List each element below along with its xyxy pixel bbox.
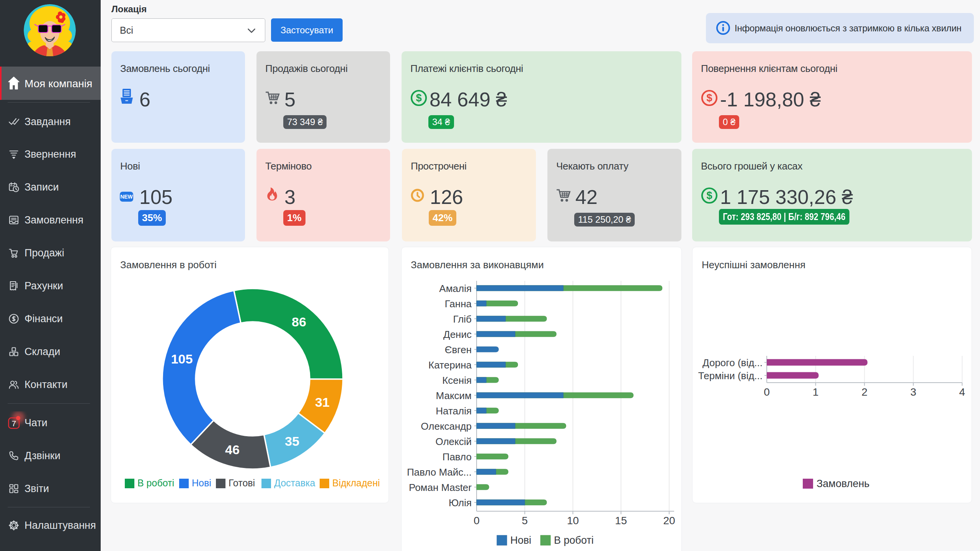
svg-text:31: 31 [315,395,330,409]
svg-text:Наталія: Наталія [436,405,472,417]
svg-text:1: 1 [813,386,819,398]
svg-text:Павло Майс...: Павло Майс... [407,466,472,478]
svg-text:35: 35 [285,434,299,448]
svg-text:Олексій: Олексій [435,436,472,447]
svg-text:4: 4 [959,386,965,398]
svg-text:Гліб: Гліб [453,313,472,325]
svg-text:Ганна: Ганна [445,298,472,310]
svg-text:86: 86 [292,315,306,329]
svg-text:Дорого (від...: Дорого (від... [702,357,763,368]
svg-text:$: $ [706,190,712,201]
svg-text:3: 3 [910,386,916,398]
svg-text:Амалія: Амалія [439,283,472,294]
svg-text:Замовлень: Замовлень [817,478,869,489]
svg-text:Нові: Нові [510,535,531,546]
svg-text:$: $ [706,92,712,104]
svg-text:Юлія: Юлія [449,497,472,509]
svg-text:В роботі: В роботі [554,535,594,546]
svg-text:10: 10 [567,515,579,527]
svg-text:Терміни (від...: Терміни (від... [698,370,763,381]
svg-text:Катерина: Катерина [428,359,472,371]
svg-text:7: 7 [12,419,16,428]
svg-text:Олександр: Олександр [421,421,472,432]
svg-text:Павло: Павло [443,451,472,463]
svg-text:Євген: Євген [445,344,472,355]
svg-text:$: $ [416,92,421,104]
svg-text:0: 0 [764,386,770,398]
svg-text:20: 20 [663,515,675,527]
svg-text:46: 46 [225,442,240,457]
svg-text:15: 15 [615,515,627,527]
svg-text:0: 0 [474,515,480,527]
svg-text:Максим: Максим [436,390,472,401]
svg-text:5: 5 [522,515,528,527]
svg-text:2: 2 [861,386,867,398]
svg-text:Денис: Денис [443,329,472,340]
svg-text:Ксенія: Ксенія [442,375,472,386]
svg-text:Роман Master: Роман Master [409,482,472,493]
svg-text:105: 105 [171,352,193,366]
